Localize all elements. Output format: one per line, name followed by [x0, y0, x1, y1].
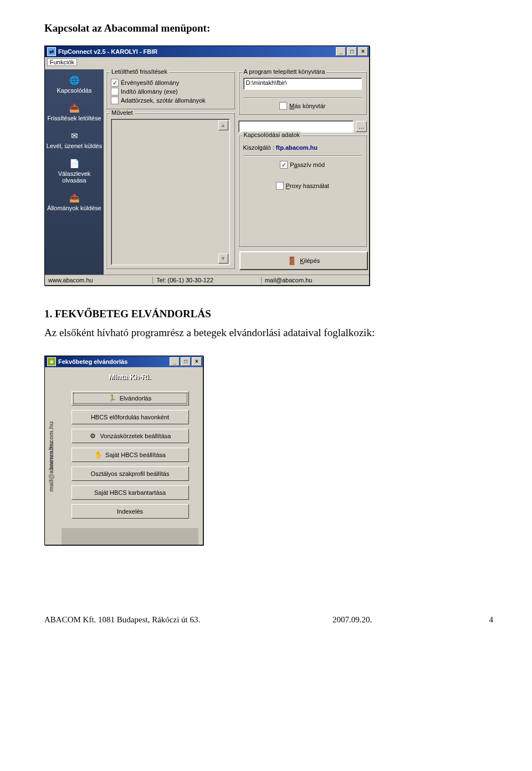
menu-sajat-hbcs[interactable]: ✋ Saját HBCS beállítása — [71, 448, 189, 462]
door-icon: 🚪 — [287, 256, 296, 265]
checkbox-icon: ✓ — [280, 161, 288, 169]
doc-heading-2: 1. FEKVŐBETEG ELVÁNDORLÁS — [44, 308, 493, 320]
menu-elvandorlas[interactable]: 🏃 Elvándorlás — [71, 391, 189, 405]
app-icon: ✶ — [47, 357, 56, 366]
vertical-bar: www.abacom.hu mail@abacom.hu — [45, 367, 57, 545]
menu-hbcs-monthly[interactable]: HBCS előfordulás havonként — [71, 410, 189, 424]
operation-log[interactable]: ▲ ▼ — [111, 119, 230, 265]
hand-icon: ✋ — [94, 451, 102, 459]
win2-footer-area — [62, 528, 198, 545]
scroll-up-button[interactable]: ▲ — [218, 120, 228, 130]
elvandorlas-window: ✶ Fekvőbeteg elvándorlás _ □ × www.abaco… — [44, 356, 203, 545]
menubar: Funkciók — [45, 57, 369, 69]
sidebar-item-upload[interactable]: 📤 Állományok küldése — [45, 188, 104, 216]
sidebar-item-download[interactable]: 📥 Frissítések letöltése — [45, 98, 104, 126]
doc-paragraph: Az elsőként hívható programrész a betege… — [44, 327, 493, 339]
checkbox-other-dir[interactable]: Más könyvtár — [279, 102, 325, 110]
checkbox-proxy[interactable]: Proxy használat — [243, 182, 362, 190]
doc-icon: 📄 — [68, 158, 81, 169]
menu-osztalyos[interactable]: Osztályos szakprofil beállítás — [71, 466, 189, 481]
status-url: www.abacom.hu — [45, 277, 153, 283]
footer-company: ABACOM Kft. 1081 Budapest, Rákóczi út 63… — [44, 615, 332, 625]
button-label: Saját HBCS beállítása — [105, 452, 166, 458]
status-tel: Tel: (06-1) 30-30-122 — [153, 277, 261, 283]
exit-label: Kilépés — [300, 257, 320, 264]
menu-hbcs-maint[interactable]: Saját HBCS karbantartása — [71, 485, 189, 500]
checkbox-datas[interactable]: Adattörzsek, szótár állományok — [111, 97, 230, 104]
app-icon: ⇄ — [47, 47, 56, 56]
footer-page: 4 — [477, 615, 493, 625]
button-label: HBCS előfordulás havonként — [91, 414, 169, 420]
sidebar-item-sendmail[interactable]: ✉ Levél, üzenet küldés — [45, 126, 104, 154]
checkbox-label: Indító állomány (exe) — [121, 88, 178, 95]
group-operation: ▲ ▼ — [106, 113, 235, 269]
checkbox-icon: ✓ — [111, 79, 119, 87]
win1-title: FtpConnect v2.5 - KAROLYI - FBIR — [58, 48, 336, 55]
checkbox-icon — [276, 182, 284, 190]
checkbox-label: Adattörzsek, szótár állományok — [121, 97, 206, 104]
globe-icon: 🌐 — [68, 75, 81, 86]
sidebar-item-label: Levél, üzenet küldés — [46, 143, 103, 149]
button-label: Saját HBCS karbantartása — [94, 489, 166, 496]
ftpconnect-window: ⇄ FtpConnect v2.5 - KAROLYI - FBIR _ □ ×… — [44, 45, 370, 286]
win2-title: Fekvőbeteg elvándorlás — [58, 358, 170, 365]
upload-icon: 📤 — [68, 192, 81, 204]
exit-button[interactable]: 🚪 Kilépés — [239, 251, 369, 270]
button-label: Elvándorlás — [120, 395, 151, 402]
win2-titlebar[interactable]: ✶ Fekvőbeteg elvándorlás _ □ × — [45, 356, 203, 367]
win1-titlebar[interactable]: ⇄ FtpConnect v2.5 - KAROLYI - FBIR _ □ × — [45, 46, 369, 57]
checkbox-passive[interactable]: ✓ Passzív mód — [243, 161, 362, 169]
vertical-mail: mail@abacom.hu — [48, 442, 54, 492]
checkbox-icon — [111, 97, 119, 104]
close-button[interactable]: × — [192, 357, 202, 366]
group-updates: ✓ Érvényesítő állomány Indító állomány (… — [106, 72, 235, 109]
doc-heading-1: Kapcsolat az Abacommal menüpont: — [44, 22, 493, 34]
minimize-button[interactable]: _ — [336, 47, 346, 56]
button-label: Vonzáskörzetek beállítása — [100, 433, 171, 439]
page-footer: ABACOM Kft. 1081 Budapest, Rákóczi út 63… — [44, 612, 493, 625]
sidebar-item-label: Kapcsolódás — [46, 87, 103, 94]
maximize-button[interactable]: □ — [347, 47, 357, 56]
other-dir-input[interactable] — [238, 120, 354, 133]
gear-icon: ⚙ — [89, 432, 97, 440]
group-connection: Kiszolgáló : ftp.abacom.hu ✓ Passzív mód — [238, 135, 367, 247]
menu-funkciok[interactable]: Funkciók — [47, 58, 77, 66]
minimize-button[interactable]: _ — [170, 357, 180, 366]
statusbar: www.abacom.hu Tel: (06-1) 30-30-122 mail… — [45, 275, 369, 285]
maximize-button[interactable]: □ — [181, 357, 191, 366]
win2-main-title: Minta Kh-Ri. — [109, 373, 151, 381]
checkbox-label: Proxy használat — [286, 182, 329, 189]
install-dir-input[interactable]: D:\mintakh\fbir\ — [243, 78, 362, 90]
server-value: ftp.abacom.hu — [276, 144, 318, 151]
download-icon: 📥 — [68, 103, 81, 114]
menu-vonzaskor[interactable]: ⚙ Vonzáskörzetek beállítása — [71, 429, 189, 443]
scroll-down-button[interactable]: ▼ — [218, 253, 228, 263]
checkbox-label: Más könyvtár — [289, 103, 325, 109]
footer-date: 2007.09.20. — [332, 615, 477, 625]
browse-button[interactable]: … — [356, 121, 367, 132]
sidebar-item-replies[interactable]: 📄 Válaszlevek olvasása — [45, 154, 104, 188]
status-mail: mail@abacom.hu — [262, 277, 369, 283]
checkbox-icon — [279, 102, 287, 110]
menu-indexeles[interactable]: Indexelés — [71, 504, 189, 519]
close-button[interactable]: × — [358, 47, 368, 56]
sidebar-item-connect[interactable]: 🌐 Kapcsolódás — [45, 70, 104, 98]
checkbox-validator[interactable]: ✓ Érvényesítő állomány — [111, 79, 230, 87]
checkbox-exe[interactable]: Indító állomány (exe) — [111, 88, 230, 95]
button-label: Indexelés — [117, 508, 143, 515]
button-label: Osztályos szakprofil beállítás — [91, 470, 170, 477]
server-label: Kiszolgáló : — [243, 144, 274, 151]
checkbox-label: Érvényesítő állomány — [121, 79, 179, 86]
group-install-dir: D:\mintakh\fbir\ Más könyvtár — [238, 72, 367, 115]
checkbox-label: Passzív mód — [290, 161, 325, 168]
sidebar-item-label: Állományok küldése — [46, 205, 103, 211]
mail-icon: ✉ — [68, 130, 81, 141]
sidebar-item-label: Frissítések letöltése — [46, 115, 103, 121]
sidebar: 🌐 Kapcsolódás 📥 Frissítések letöltése ✉ … — [45, 69, 104, 275]
sidebar-item-label: Válaszlevek olvasása — [46, 170, 103, 184]
run-icon: 🏃 — [109, 394, 116, 402]
checkbox-icon — [111, 88, 119, 95]
